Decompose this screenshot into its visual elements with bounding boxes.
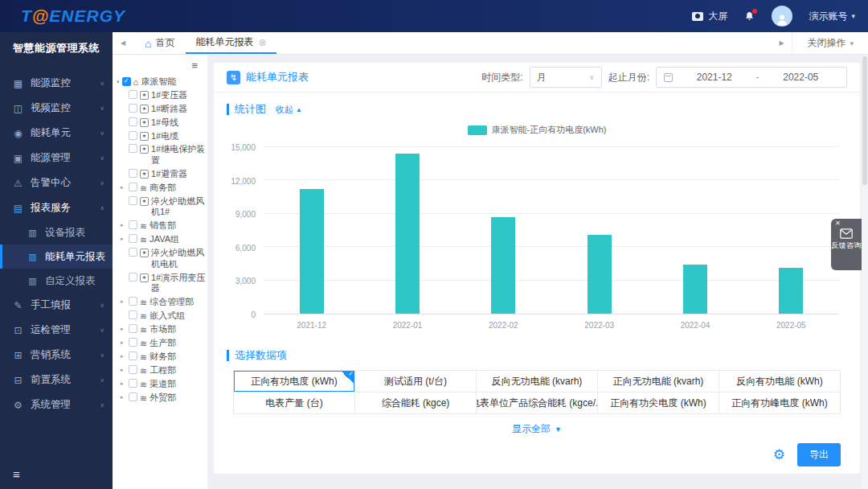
export-button[interactable]: 导出	[797, 443, 841, 466]
expand-arrow-icon[interactable]	[121, 338, 126, 346]
big-screen-button[interactable]: 大屏	[692, 10, 727, 23]
sidebar-item[interactable]: ▥ 设备报表	[0, 220, 113, 244]
month-range-picker[interactable]: 2021-12 - 2022-05	[656, 67, 847, 88]
tree-item-checkbox[interactable]	[129, 196, 137, 205]
tree-item[interactable]: ≋ 市场部	[119, 323, 207, 337]
expand-arrow-icon[interactable]	[121, 220, 126, 228]
tree-item-checkbox[interactable]	[129, 104, 137, 113]
tabs-scroll-right-icon[interactable]: ▶	[771, 39, 792, 47]
data-item-cell[interactable]: 正向有功电度 (kWh)	[234, 371, 355, 392]
sidebar-item[interactable]: ✎ 手工填报 ∨	[0, 293, 113, 318]
expand-arrow-icon[interactable]	[121, 310, 126, 312]
tree-item-checkbox[interactable]	[129, 248, 137, 257]
tree-item-checkbox[interactable]	[129, 392, 137, 401]
expand-arrow-icon[interactable]	[121, 248, 126, 249]
tree-item[interactable]: ★ 1#电缆	[119, 129, 207, 143]
time-type-select[interactable]: 月 ∨	[530, 67, 602, 88]
chart-bar-2021-12[interactable]	[300, 189, 324, 314]
tree-item-checkbox[interactable]	[129, 351, 137, 360]
tree-item-checkbox[interactable]	[129, 365, 137, 374]
tree-item[interactable]: ★ 1#避雷器	[119, 167, 207, 181]
tree-item-checkbox[interactable]	[129, 338, 137, 347]
tree-item[interactable]: ≋ 财务部	[119, 351, 207, 364]
tree-item-checkbox[interactable]	[129, 324, 137, 333]
data-item-cell[interactable]: 反向无功电能 (kvarh)	[477, 371, 598, 392]
sidebar-item[interactable]: ⊟ 前置系统 ∨	[0, 368, 113, 392]
range-end-value[interactable]: 2022-05	[763, 72, 840, 83]
account-menu[interactable]: 演示账号 ▾	[809, 10, 855, 23]
tree-item-checkbox[interactable]	[129, 169, 137, 178]
expand-arrow-icon[interactable]	[121, 365, 126, 373]
tree-item-checkbox[interactable]	[129, 234, 137, 243]
sidebar-item[interactable]: ▥ 自定义报表	[0, 269, 113, 293]
sidebar-item[interactable]: ▤ 报表服务 ∧	[0, 195, 113, 220]
expand-arrow-icon[interactable]	[121, 90, 126, 92]
tree-item[interactable]: ★ 1#断路器	[119, 103, 207, 117]
avatar[interactable]	[772, 6, 792, 27]
sidebar-item[interactable]: ⊡ 运检管理 ∨	[0, 318, 113, 343]
chart-bar-2022-04[interactable]	[683, 265, 707, 314]
expand-arrow-icon[interactable]	[121, 324, 126, 332]
tree-item[interactable]: ≋ 渠道部	[119, 378, 207, 392]
close-icon[interactable]: ✕	[835, 220, 841, 227]
chart-bar-2022-01[interactable]	[395, 154, 420, 314]
scrollbar[interactable]	[862, 55, 868, 489]
tree-item[interactable]: ≋ 工程部	[119, 364, 207, 378]
notification-bell-button[interactable]	[743, 10, 755, 23]
root-checkbox[interactable]	[122, 77, 131, 86]
tabs-scroll-left-icon[interactable]: ◀	[113, 39, 133, 47]
data-item-cell[interactable]: 综合能耗 (kgce)	[355, 392, 477, 414]
tree-item[interactable]: ★ 1#演示用变压器	[119, 271, 207, 296]
data-item-cell[interactable]: 正向有功尖电度 (kWh)	[598, 392, 719, 414]
tree-item-checkbox[interactable]	[129, 310, 137, 319]
expand-arrow-icon[interactable]	[121, 392, 126, 401]
expand-arrow-icon[interactable]	[121, 196, 126, 198]
tree-item[interactable]: ★ 1#母线	[119, 116, 207, 129]
close-tab-icon[interactable]: ⊗	[258, 38, 266, 47]
expand-arrow-icon[interactable]	[121, 131, 126, 133]
tree-item-checkbox[interactable]	[129, 220, 137, 229]
tree-item[interactable]: ★ 淬火炉助燃风机1#	[119, 195, 207, 220]
tab-home[interactable]: ⌂ 首页	[133, 32, 186, 54]
expand-arrow-icon[interactable]	[121, 379, 126, 387]
tree-item-checkbox[interactable]	[129, 273, 137, 281]
tree-item[interactable]: ★ 1#变压器	[119, 89, 207, 103]
close-operations-menu[interactable]: 关闭操作 ▾	[792, 32, 868, 54]
tree-root-node[interactable]: ▾ ⌂ 康派智能	[113, 75, 207, 89]
tree-item-checkbox[interactable]	[129, 144, 137, 153]
collapse-chart-button[interactable]: 收起 ▲	[276, 104, 302, 116]
sidebar-item[interactable]: ▥ 能耗单元报表	[0, 244, 113, 269]
data-item-cell[interactable]: 反向有功电能 (kWh)	[719, 371, 841, 392]
tree-menu-icon[interactable]: ≡	[113, 55, 207, 75]
expand-arrow-icon[interactable]	[121, 297, 126, 305]
sidebar-item[interactable]: ◉ 能耗单元 ∨	[0, 121, 113, 146]
chart-legend[interactable]: 康派智能-正向有功电度(kWh)	[214, 124, 860, 136]
feedback-widget[interactable]: ✕ 反馈咨询	[831, 219, 862, 270]
tree-item[interactable]: ≋ 销售部	[119, 220, 207, 233]
expand-arrow-icon[interactable]	[121, 117, 126, 119]
data-item-cell[interactable]: 电表产量 (台)	[234, 392, 355, 414]
data-item-cell[interactable]: 电表单位产品综合能耗 (kgce/...	[477, 392, 598, 414]
expand-arrow-icon[interactable]	[121, 183, 126, 191]
sidebar-item[interactable]: ▣ 能源管理 ∨	[0, 146, 113, 171]
data-item-cell[interactable]: 测试适用 (t/台)	[355, 371, 477, 392]
data-item-cell[interactable]: 正向有功峰电度 (kWh)	[719, 392, 841, 414]
expand-arrow-icon[interactable]	[121, 273, 126, 274]
tree-item-checkbox[interactable]	[129, 183, 137, 191]
chart-bar-2022-03[interactable]	[588, 235, 612, 314]
chart-bar-2022-05[interactable]	[779, 268, 803, 314]
expand-arrow-icon[interactable]	[121, 144, 126, 146]
data-item-cell[interactable]: 正向无功电能 (kvarh)	[598, 371, 719, 392]
tree-item-checkbox[interactable]	[129, 379, 137, 388]
tree-item[interactable]: ≋ 生产部	[119, 337, 207, 351]
tree-item[interactable]: ≋ 商务部	[119, 181, 207, 195]
expand-arrow-icon[interactable]	[121, 169, 126, 171]
tree-item[interactable]: ≋ 外贸部	[119, 392, 207, 405]
tree-item-checkbox[interactable]	[129, 117, 137, 126]
tree-item-checkbox[interactable]	[129, 90, 137, 99]
expand-arrow-icon[interactable]	[121, 104, 126, 105]
tree-item[interactable]: ≋ JAVA组	[119, 233, 207, 247]
chart-bar-2022-02[interactable]	[491, 217, 515, 314]
collapse-menu-icon[interactable]: ≡	[13, 467, 20, 481]
tree-item-checkbox[interactable]	[129, 131, 137, 140]
